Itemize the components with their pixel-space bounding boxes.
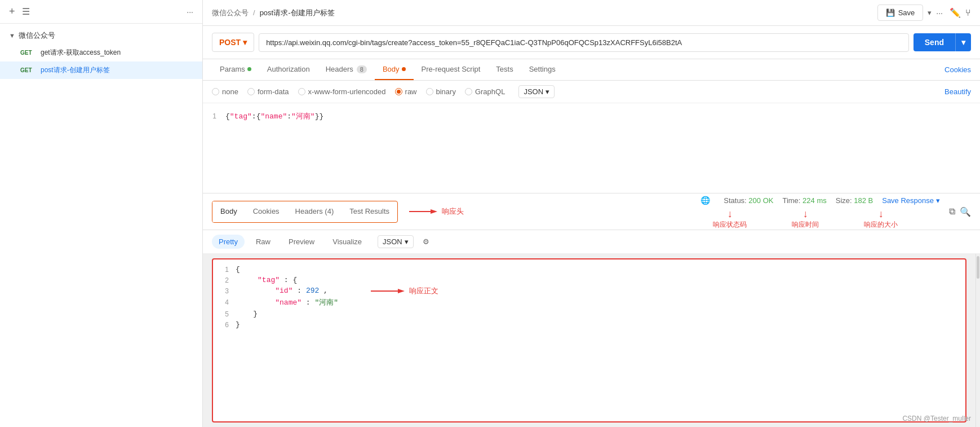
tab-headers[interactable]: Headers 8 <box>318 59 375 80</box>
radio-binary-circle <box>426 88 433 95</box>
radio-raw-circle <box>395 88 402 95</box>
url-input[interactable] <box>259 33 909 52</box>
method-selector[interactable]: POST ▾ <box>212 33 254 52</box>
radio-none[interactable]: none <box>212 87 238 96</box>
rlc-5: } <box>236 310 258 318</box>
format-pretty-button[interactable]: Pretty <box>212 235 245 249</box>
sidebar-item-post-tag[interactable]: GET post请求-创建用户标签 <box>0 61 202 79</box>
radio-formdata-circle <box>247 88 255 95</box>
tab-headers-label: Headers <box>326 65 353 73</box>
sidebar-menu-icon[interactable]: ☰ <box>22 6 30 17</box>
editor-line-1: 1 {"tag":{"name":"河南"}} <box>203 110 980 122</box>
save-response-label: Save Response <box>882 196 934 205</box>
response-format-label: JSON <box>383 237 402 246</box>
status-annotation-label: 响应状态码 <box>713 220 747 230</box>
collection-header[interactable]: ▼ 微信公众号 <box>0 27 202 44</box>
rlc-1: { <box>236 265 240 274</box>
sidebar-header: + ☰ ··· <box>0 0 202 24</box>
format-raw-button[interactable]: Raw <box>249 235 277 249</box>
time-value: 224 ms <box>802 196 827 205</box>
body-annotation: 响应正文 <box>371 285 438 297</box>
sidebar: + ☰ ··· ▼ 微信公众号 GET get请求-获取access_token… <box>0 0 203 427</box>
collection-name: 微信公众号 <box>19 30 55 41</box>
rlc-4: "name" : "河南" <box>236 297 338 307</box>
send-chevron-icon[interactable]: ▾ <box>955 33 971 51</box>
beautify-button[interactable]: Beautify <box>944 87 971 96</box>
tab-params[interactable]: Params <box>212 59 259 80</box>
sidebar-header-left: + ☰ <box>9 6 30 17</box>
search-icon[interactable]: 🔍 <box>960 206 971 217</box>
add-icon[interactable]: + <box>9 6 15 17</box>
response-tab-body[interactable]: Body <box>212 201 245 222</box>
status-value: 200 OK <box>748 196 773 205</box>
tab-tests-label: Tests <box>496 65 513 73</box>
tab-tests[interactable]: Tests <box>488 59 521 80</box>
response-line-2: 2 "tag" : { <box>213 275 965 285</box>
response-tabs-group: Body Cookies Headers (4) Test Results <box>212 201 398 223</box>
fork-icon[interactable]: ⑂ <box>965 8 971 18</box>
copy-icon[interactable]: ⧉ <box>949 206 955 217</box>
response-format-row: Pretty Raw Preview Visualize JSON ▾ ⚙ <box>203 230 980 254</box>
cookies-link[interactable]: Cookies <box>944 65 971 74</box>
body-annotation-label: 响应正文 <box>409 286 438 296</box>
request-editor[interactable]: 1 {"tag":{"name":"河南"}} <box>203 103 980 193</box>
size-value: 182 B <box>854 196 873 205</box>
topbar: 微信公众号 / post请求-创建用户标签 💾 Save ▾ ··· ✏️ ⑂ <box>203 0 980 26</box>
save-label: Save <box>898 8 915 17</box>
arrow-right-svg <box>409 206 437 217</box>
json-format-selector[interactable]: JSON ▾ <box>518 85 555 98</box>
filter-icon[interactable]: ⚙ <box>423 237 429 246</box>
send-button[interactable]: Send ▾ <box>914 33 971 51</box>
topbar-actions: 💾 Save ▾ ··· ✏️ ⑂ <box>877 5 971 21</box>
sidebar-item-get-access-token[interactable]: GET get请求-获取access_token <box>0 44 202 61</box>
radio-none-circle <box>212 88 219 95</box>
radio-urlencoded[interactable]: x-www-form-urlencoded <box>298 87 386 96</box>
radio-formdata[interactable]: form-data <box>247 87 289 96</box>
response-line-6: 6 } <box>213 319 965 330</box>
format-preview-button[interactable]: Preview <box>282 235 321 249</box>
radio-graphql[interactable]: GraphQL <box>465 87 505 96</box>
sidebar-item-label2: post请求-创建用户标签 <box>41 65 110 75</box>
time-item: Time: 224 ms <box>782 196 826 205</box>
svg-marker-3 <box>398 289 405 293</box>
topbar-more-icon[interactable]: ··· <box>936 8 943 17</box>
format-visualize-button[interactable]: Visualize <box>326 235 369 249</box>
time-annotation: ↓ 响应时间 <box>792 208 819 230</box>
globe-icon: 🌐 <box>700 196 710 205</box>
scrollbar-thumb[interactable] <box>977 256 979 279</box>
rlc-3: "id" : 292 , <box>236 287 328 295</box>
save-response-button[interactable]: Save Response ▾ <box>882 196 940 205</box>
json-chevron-icon: ▾ <box>546 87 549 96</box>
body-options-row: none form-data x-www-form-urlencoded raw… <box>203 81 980 103</box>
tab-prerequest[interactable]: Pre-request Script <box>414 59 489 80</box>
response-json-selector[interactable]: JSON ▾ <box>378 235 414 248</box>
radio-urlencoded-label: x-www-form-urlencoded <box>308 87 386 96</box>
radio-graphql-circle <box>465 88 472 95</box>
meta-annotations: ↓ 响应状态码 ↓ 响应时间 ↓ 响应的大小 <box>696 208 898 230</box>
response-tab-cookies[interactable]: Cookies <box>245 201 287 222</box>
tab-body[interactable]: Body <box>375 59 414 80</box>
radio-binary[interactable]: binary <box>426 87 456 96</box>
response-tab-testresults[interactable]: Test Results <box>342 201 397 222</box>
radio-urlencoded-circle <box>298 88 305 95</box>
response-head-annotation: 响应头 <box>409 206 464 217</box>
radio-raw[interactable]: raw <box>395 87 417 96</box>
response-tab-headers[interactable]: Headers (4) <box>287 201 342 222</box>
response-tabs-bar: Body Cookies Headers (4) Test Results 响应… <box>203 193 980 230</box>
size-arrow-icon: ↓ <box>879 208 884 220</box>
response-head-label: 响应头 <box>442 206 464 217</box>
response-code-panel: 1 { 2 "tag" : { <box>212 258 966 422</box>
time-arrow-icon: ↓ <box>803 208 808 220</box>
response-body-area: 1 { 2 "tag" : { <box>203 254 980 427</box>
save-button[interactable]: 💾 Save <box>877 5 924 21</box>
sidebar-more-icon[interactable]: ··· <box>187 7 193 16</box>
edit-icon[interactable]: ✏️ <box>950 7 961 18</box>
response-line-4: 4 "name" : "河南" <box>213 296 965 309</box>
sidebar-item-label: get请求-获取access_token <box>41 48 121 58</box>
save-chevron-icon[interactable]: ▾ <box>928 8 932 17</box>
tab-authorization[interactable]: Authorization <box>259 59 318 80</box>
status-info: 🌐 <box>696 193 715 207</box>
radio-raw-dot <box>397 90 401 94</box>
tab-settings[interactable]: Settings <box>521 59 564 80</box>
headers-badge: 8 <box>357 65 367 73</box>
